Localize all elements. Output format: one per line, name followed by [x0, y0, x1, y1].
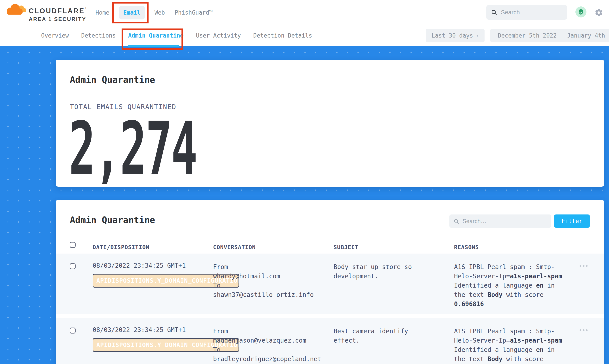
column-header-subject: SUBJECT	[334, 244, 358, 250]
select-all-checkbox[interactable]	[70, 242, 76, 248]
total-emails-value: 2,274	[69, 112, 197, 185]
brand-text: CLOUDFLARE’ AREA 1 SECURITY	[29, 7, 87, 22]
column-header-conversation: CONVERSATION	[213, 244, 256, 250]
active-tab-indicator	[128, 45, 179, 47]
row-checkbox[interactable]	[70, 263, 76, 269]
main-nav: Home Email Web PhishGuard™	[95, 0, 213, 25]
cloudflare-cloud-icon	[4, 2, 27, 17]
to-email: bradleyrodriguez@copeland.net	[213, 354, 321, 364]
header-search[interactable]	[486, 5, 567, 20]
tab-detection-details[interactable]: Detection Details	[253, 25, 312, 46]
time-range-value: Last 30 days	[432, 32, 473, 39]
to-label: To	[213, 281, 314, 290]
date-range-picker[interactable]: December 5th 2022 — January 4th 2023	[490, 29, 609, 42]
row-datetime: 08/03/2022 23:34:25 GMT+1	[93, 326, 186, 334]
table-search-input[interactable]	[462, 218, 547, 225]
stats-card-title: Admin Quarantine	[70, 75, 155, 85]
tab-admin-quarantine[interactable]: Admin Quarantine	[128, 25, 183, 46]
table-card-title: Admin Quarantine	[70, 215, 155, 225]
row-checkbox[interactable]	[70, 327, 76, 334]
column-header-date-disposition: DATE/DISPOSITION	[93, 244, 149, 250]
nav-item-home[interactable]: Home	[95, 9, 109, 16]
row-reasons: A1S IPBL Pearl spam : Smtp-Helo-Server-I…	[454, 262, 569, 309]
tab-user-activity[interactable]: User Activity	[196, 25, 241, 46]
chevron-down-icon: ▾	[476, 33, 479, 38]
row-datetime: 08/03/2022 23:34:25 GMT+1	[93, 262, 186, 269]
more-options-button[interactable]	[580, 265, 588, 267]
tab-overview[interactable]: Overview	[41, 25, 69, 46]
to-email: shawn37@castillo-ortiz.info	[213, 290, 314, 299]
table-row[interactable]: 08/03/2022 23:34:25 GMT+1 APIDISPOSITION…	[56, 254, 604, 314]
subnav-tabs: Overview Detections Admin Quarantine Use…	[41, 25, 312, 46]
shield-check-icon	[578, 9, 584, 15]
quarantine-table-card: Admin Quarantine Filter DATE/DISPOSITION…	[56, 200, 604, 364]
gear-icon	[595, 8, 603, 17]
search-icon	[491, 9, 497, 16]
more-options-button[interactable]	[580, 329, 588, 331]
table-search[interactable]	[449, 214, 551, 228]
page-content: Admin Quarantine TOTAL EMAILS QUARANTINE…	[0, 46, 609, 364]
from-email: whardy@hotmail.com	[213, 272, 314, 281]
settings-button[interactable]	[595, 8, 603, 18]
brand-name: CLOUDFLARE’	[29, 7, 87, 15]
top-header: CLOUDFLARE’ AREA 1 SECURITY Home Email W…	[0, 0, 609, 25]
nav-item-web[interactable]: Web	[154, 9, 165, 16]
from-label: From	[213, 327, 321, 336]
protection-status-badge[interactable]	[575, 6, 586, 17]
quarantine-stats-card: Admin Quarantine TOTAL EMAILS QUARANTINE…	[56, 60, 604, 187]
filter-button[interactable]: Filter	[554, 214, 590, 228]
nav-item-phishguard[interactable]: PhishGuard™	[175, 9, 213, 16]
brand-subtitle: AREA 1 SECURITY	[29, 16, 87, 22]
header-search-input[interactable]	[501, 9, 563, 16]
row-subject: Body star up store so development.	[334, 262, 437, 281]
column-header-reasons: REASONS	[454, 244, 479, 250]
tab-detections[interactable]: Detections	[81, 25, 116, 46]
from-label: From	[213, 262, 314, 272]
cloudflare-logo[interactable]: CLOUDFLARE’ AREA 1 SECURITY	[4, 1, 97, 23]
row-subject: Best camera identify effect.	[334, 327, 437, 345]
admin-quarantine-page: CLOUDFLARE’ AREA 1 SECURITY Home Email W…	[0, 0, 609, 364]
email-subnav: Overview Detections Admin Quarantine Use…	[0, 25, 609, 46]
date-range-value: December 5th 2022 — January 4th 2023	[498, 32, 609, 39]
nav-item-email[interactable]: Email	[119, 6, 145, 19]
time-range-dropdown[interactable]: Last 30 days ▾	[426, 29, 485, 42]
row-conversation: From whardy@hotmail.com To shawn37@casti…	[213, 262, 314, 299]
search-icon	[453, 218, 459, 224]
row-conversation: From maddenjason@velazquez.com To bradle…	[213, 327, 321, 364]
to-label: To	[213, 345, 321, 354]
from-email: maddenjason@velazquez.com	[213, 336, 321, 345]
brand-trademark: ’	[85, 7, 87, 11]
table-row[interactable]: 08/03/2022 23:34:25 GMT+1 APIDISPOSITION…	[56, 318, 604, 364]
row-reasons: A1S IPBL Pearl spam : Smtp-Helo-Server-I…	[454, 327, 569, 364]
